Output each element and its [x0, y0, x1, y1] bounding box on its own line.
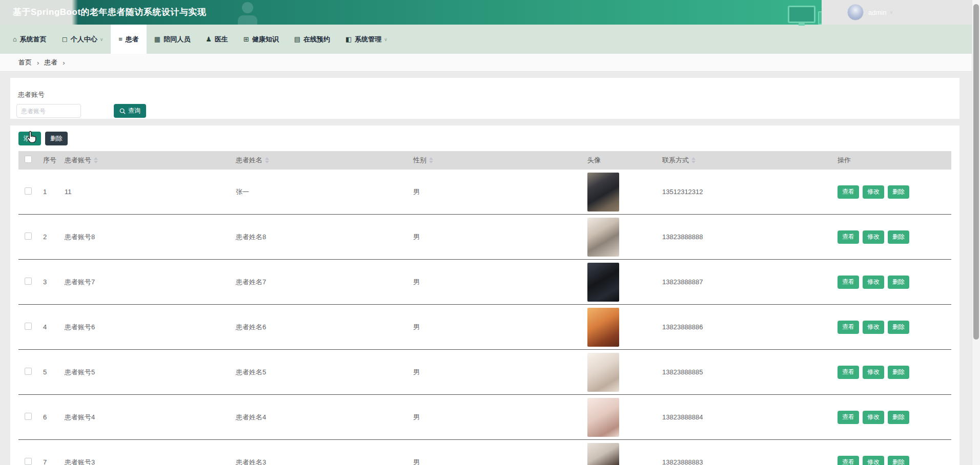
cell-seq: 5	[37, 368, 65, 376]
cell-name: 患者姓名8	[236, 233, 413, 242]
row-checkbox[interactable]	[25, 323, 32, 330]
cell-gender: 男	[413, 233, 587, 242]
cell-name: 患者姓名6	[236, 323, 413, 332]
patients-table: 序号 患者账号 患者姓名 性别 头像 联系方式	[18, 151, 951, 465]
view-button[interactable]: 查看	[838, 366, 859, 379]
nav-item-system[interactable]: ◧ 系统管理 ∨	[338, 25, 395, 54]
view-button[interactable]: 查看	[838, 456, 859, 465]
edit-button[interactable]: 修改	[863, 230, 884, 244]
edit-button[interactable]: 修改	[863, 321, 884, 334]
cell-name: 患者姓名4	[236, 413, 413, 422]
delete-button[interactable]: 删除	[888, 411, 909, 424]
delete-button[interactable]: 删除	[888, 185, 909, 199]
cell-gender: 男	[413, 323, 587, 332]
cell-phone: 13512312312	[662, 188, 838, 196]
cell-account: 11	[65, 188, 236, 196]
edit-button[interactable]: 修改	[863, 276, 884, 289]
delete-button[interactable]: 删除	[888, 230, 909, 244]
person-illustration	[242, 2, 253, 13]
sort-carets-icon[interactable]	[94, 157, 98, 163]
delete-button[interactable]: 删除	[888, 456, 909, 465]
breadcrumb-separator: ›	[37, 59, 39, 67]
cell-phone: 13823888883	[662, 458, 838, 465]
cell-seq: 4	[37, 323, 65, 331]
bulk-delete-button[interactable]: 删除	[45, 132, 68, 145]
search-input[interactable]	[16, 104, 81, 118]
breadcrumb: 首页 › 患者 ›	[0, 54, 980, 72]
delete-button[interactable]: 删除	[888, 321, 909, 334]
document-icon: ▤	[294, 36, 300, 43]
edit-button[interactable]: 修改	[863, 366, 884, 379]
nav-item-companions[interactable]: ▦ 陪同人员	[147, 25, 198, 54]
edit-button[interactable]: 修改	[863, 185, 884, 199]
nav-item-profile[interactable]: ◻ 个人中心 ∨	[54, 25, 111, 54]
page-scrollbar[interactable]	[972, 0, 980, 465]
group-icon: ▦	[154, 36, 160, 43]
edit-button[interactable]: 修改	[863, 411, 884, 424]
cell-gender: 男	[413, 458, 587, 465]
search-label: 患者账号	[18, 90, 953, 99]
query-button[interactable]: 查询	[114, 104, 146, 118]
home-icon: ⌂	[13, 36, 17, 43]
sort-carets-icon[interactable]	[691, 157, 696, 163]
cell-name: 张一	[236, 187, 413, 197]
cell-account: 患者账号6	[65, 323, 236, 332]
breadcrumb-item[interactable]: 患者 ›	[44, 58, 70, 67]
row-checkbox[interactable]	[25, 368, 32, 375]
select-all-checkbox[interactable]	[25, 156, 32, 163]
chevron-down-icon: ∨	[100, 37, 104, 42]
table-row: 2 患者账号8 患者姓名8 男 13823888888 查看 修改 删除	[18, 215, 951, 260]
user-name: admin	[868, 9, 886, 16]
row-checkbox[interactable]	[25, 413, 32, 420]
view-button[interactable]: 查看	[838, 321, 859, 334]
delete-button[interactable]: 删除	[888, 366, 909, 379]
nav-item-patients[interactable]: ≡ 患者	[111, 25, 147, 54]
col-header-name[interactable]: 患者姓名	[236, 156, 413, 165]
row-checkbox[interactable]	[25, 278, 32, 285]
cell-gender: 男	[413, 368, 587, 377]
main-nav: ⌂ 系统首页 ◻ 个人中心 ∨ ≡ 患者 ▦ 陪同人员 ♟ 医生 ⊞ 健康知识 …	[0, 25, 980, 54]
edit-button[interactable]: 修改	[863, 456, 884, 465]
cell-seq: 1	[37, 188, 65, 196]
table-body: 1 11 张一 男 13512312312 查看 修改 删除 2 患者账号8 患…	[18, 170, 951, 465]
cell-seq: 2	[37, 233, 65, 241]
avatar-photo	[587, 263, 619, 302]
add-button[interactable]: 添加	[18, 132, 41, 145]
query-button-label: 查询	[128, 107, 140, 115]
delete-button[interactable]: 删除	[888, 276, 909, 289]
col-header-gender[interactable]: 性别	[413, 156, 587, 165]
col-header-account[interactable]: 患者账号	[65, 156, 236, 165]
nav-item-doctors[interactable]: ♟ 医生	[198, 25, 236, 54]
col-header-phone[interactable]: 联系方式	[662, 156, 838, 165]
chevron-down-icon: ∨	[889, 10, 893, 15]
nav-item-home[interactable]: ⌂ 系统首页	[5, 25, 54, 54]
view-button[interactable]: 查看	[838, 411, 859, 424]
nav-item-booking[interactable]: ▤ 在线预约	[287, 25, 338, 54]
table-panel: 添加 删除 序号 患者账号 患者姓名 性别	[10, 125, 959, 465]
user-avatar[interactable]	[847, 4, 864, 20]
view-button[interactable]: 查看	[838, 276, 859, 289]
nav-item-knowledge[interactable]: ⊞ 健康知识	[236, 25, 287, 54]
col-header-avatar: 头像	[587, 156, 662, 165]
cell-name: 患者姓名3	[236, 458, 413, 465]
grid-icon: ⊞	[243, 36, 249, 43]
row-checkbox[interactable]	[25, 187, 32, 195]
sort-carets-icon[interactable]	[265, 157, 269, 163]
breadcrumb-item[interactable]: 首页 ›	[18, 58, 44, 67]
cell-gender: 男	[413, 413, 587, 422]
cell-phone: 13823888888	[662, 233, 838, 241]
view-button[interactable]: 查看	[838, 185, 859, 199]
row-checkbox[interactable]	[25, 458, 32, 465]
user-menu[interactable]: admin ∨	[822, 0, 980, 25]
person-icon: ♟	[206, 36, 212, 43]
row-checkbox[interactable]	[25, 233, 32, 240]
sort-carets-icon[interactable]	[429, 157, 433, 163]
content-area: 患者账号 查询 添加 删除 序号	[0, 72, 980, 465]
avatar-photo	[587, 353, 619, 392]
avatar-photo	[587, 218, 619, 257]
scrollbar-thumb[interactable]	[973, 4, 979, 340]
table-row: 7 患者账号3 患者姓名3 男 13823888883 查看 修改 删除	[18, 440, 951, 465]
cell-gender: 男	[413, 187, 587, 197]
cell-account: 患者账号3	[65, 458, 236, 465]
view-button[interactable]: 查看	[838, 230, 859, 244]
